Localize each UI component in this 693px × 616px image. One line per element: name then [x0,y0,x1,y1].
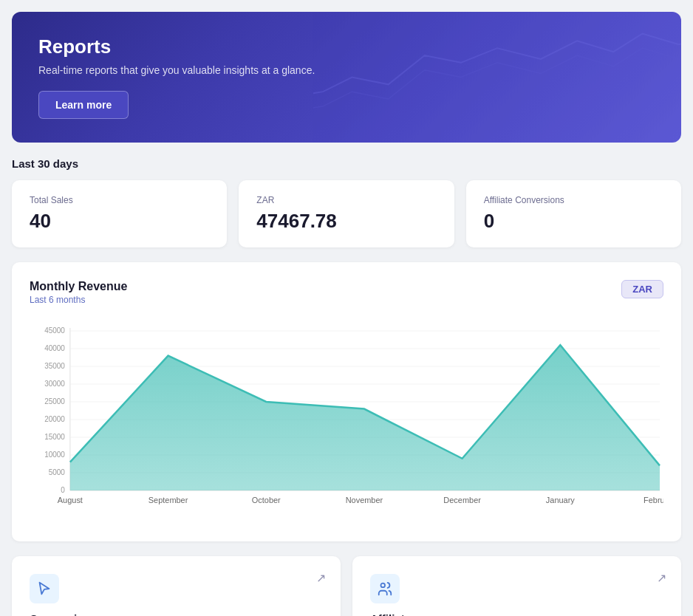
stat-value-affiliate-conversions: 0 [484,210,663,233]
chart-card: Monthly Revenue Last 6 months ZAR 0 5000… [12,262,681,541]
conversions-card: ↗ Conversions See how your offers and ch… [12,556,341,616]
conversions-icon-bg [30,574,59,603]
affiliates-external-link-icon[interactable]: ↗ [657,571,666,585]
stat-label-zar: ZAR [256,195,436,205]
stat-label-affiliate-conversions: Affiliate Conversions [484,195,663,205]
svg-text:0: 0 [61,486,65,494]
x-label-september: September [148,496,188,504]
chart-title-group: Monthly Revenue Last 6 months [30,280,127,305]
stat-label-total-sales: Total Sales [30,195,209,205]
chart-container: 0 5000 10000 15000 20000 25000 30000 350… [30,317,663,524]
cursor-icon [36,581,52,597]
chart-title: Monthly Revenue [30,280,127,293]
conversions-external-link-icon[interactable]: ↗ [316,571,326,585]
bottom-row: ↗ Conversions See how your offers and ch… [12,556,681,616]
stat-card-zar: ZAR 47467.78 [239,180,454,247]
svg-text:15000: 15000 [44,433,65,441]
x-label-october: October [252,496,281,504]
x-label-february: February [644,496,663,504]
conversions-card-title: Conversions [30,612,323,616]
svg-text:35000: 35000 [44,362,65,370]
affiliates-card: ↗ Affiliates View your affiliate perform… [352,556,681,616]
stat-value-total-sales: 40 [30,210,209,233]
affiliates-icon-bg [370,574,400,603]
people-icon [377,581,393,597]
chart-subtitle: Last 6 months [30,295,127,305]
stats-row: Total Sales 40 ZAR 47467.78 Affiliate Co… [12,180,681,247]
svg-text:45000: 45000 [44,326,65,335]
svg-text:20000: 20000 [44,415,65,423]
stat-card-total-sales: Total Sales 40 [12,180,227,247]
period-label: Last 30 days [12,157,681,170]
svg-point-22 [381,584,386,588]
hero-title: Reports [38,35,655,58]
hero-banner: Reports Real-time reports that give you … [12,12,681,143]
svg-text:40000: 40000 [44,344,65,352]
hero-subtitle: Real-time reports that give you valuable… [38,64,655,76]
x-label-november: November [346,496,383,504]
svg-text:5000: 5000 [49,468,66,476]
learn-more-button[interactable]: Learn more [38,91,129,119]
chart-header: Monthly Revenue Last 6 months ZAR [30,280,663,305]
affiliates-card-title: Affiliates [370,612,663,616]
svg-text:10000: 10000 [44,451,65,459]
x-label-january: January [546,496,575,504]
svg-text:25000: 25000 [44,397,65,405]
svg-text:30000: 30000 [44,380,65,388]
area-chart: 0 5000 10000 15000 20000 25000 30000 350… [30,317,663,524]
x-label-december: December [443,496,481,504]
stat-card-affiliate-conversions: Affiliate Conversions 0 [466,180,681,247]
x-label-august: August [58,496,83,504]
currency-badge-button[interactable]: ZAR [621,280,663,298]
stat-value-zar: 47467.78 [256,210,436,233]
